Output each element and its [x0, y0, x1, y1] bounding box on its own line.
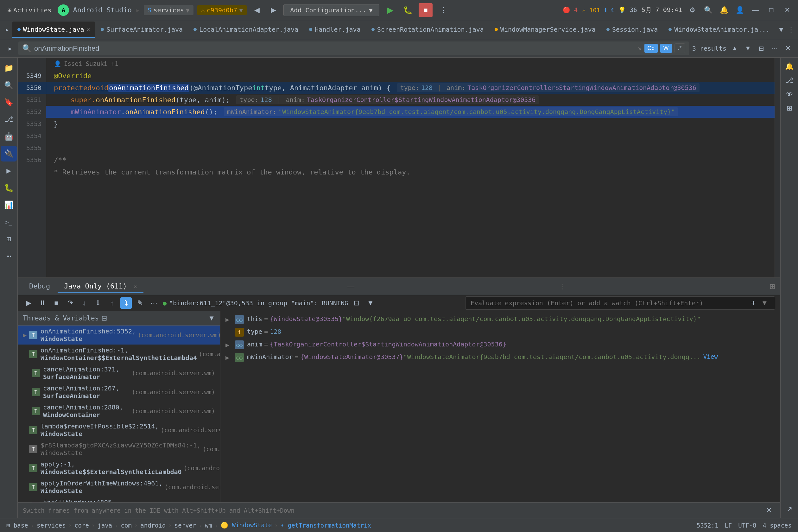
run-config-button[interactable]: Add Configuration... ▼: [283, 4, 379, 16]
thread-item-5[interactable]: T lambda$removeIfPossible$2:2514, Window…: [18, 420, 220, 439]
sidebar-icon-android[interactable]: 🤖: [1, 129, 17, 145]
thread-item-8[interactable]: T applyInOrderWithImeWindows:4961, Windo…: [18, 477, 220, 496]
commit-badge[interactable]: ⚠ c939d0b7 ▼: [197, 5, 247, 15]
tab-localanimation[interactable]: LocalAnimationAdapter.java: [188, 21, 303, 38]
thread-dropdown-button[interactable]: ▼: [365, 297, 376, 309]
force-step-into[interactable]: ⇓: [93, 297, 104, 309]
right-notifications-button[interactable]: 🔔: [784, 61, 795, 72]
search-settings-button[interactable]: ⋯: [770, 43, 780, 54]
next-result-button[interactable]: ▼: [743, 43, 753, 54]
tab-panel-toggle[interactable]: ▸: [2, 23, 12, 36]
run-button[interactable]: ▶: [383, 3, 397, 17]
thread-item-1[interactable]: T onAnimationFinished:-1, WindowContaine…: [18, 344, 220, 363]
filter-threads-button[interactable]: ⊟: [351, 297, 362, 309]
breadcrumb-method[interactable]: ⚡ getTransformationMatrix: [281, 522, 371, 529]
tab-session[interactable]: Session.java: [601, 21, 663, 38]
step-out-button[interactable]: ↑: [107, 297, 118, 309]
right-git-button[interactable]: ⎇: [784, 75, 795, 86]
tab-handler[interactable]: Handler.java: [304, 21, 366, 38]
var-view-link[interactable]: View: [703, 353, 718, 360]
prev-result-button[interactable]: ▲: [729, 43, 740, 54]
minimize-button[interactable]: —: [750, 4, 761, 16]
case-sensitive-button[interactable]: Cc: [644, 44, 658, 53]
breadcrumb-core[interactable]: core: [74, 522, 89, 529]
more-tabs-button[interactable]: ▼: [777, 23, 786, 36]
more-debug-options[interactable]: ⋯: [148, 297, 159, 309]
breadcrumb-base[interactable]: ⊞ base: [6, 522, 28, 529]
expression-dropdown[interactable]: ▼: [759, 297, 770, 309]
project-badge[interactable]: S services ▼: [144, 5, 193, 15]
code-editor[interactable]: 👤 Issei Suzuki +1 @Override protected vo…: [46, 58, 780, 278]
stop-button[interactable]: ■: [419, 3, 433, 17]
tab-debug[interactable]: Debug: [23, 280, 56, 292]
sidebar-icon-find[interactable]: 🔍: [1, 77, 17, 93]
step-into-button[interactable]: ↓: [78, 297, 90, 309]
search-clear-button[interactable]: ✕: [638, 45, 642, 52]
sidebar-icon-terminal[interactable]: >_: [1, 214, 17, 230]
maximize-button[interactable]: □: [766, 4, 777, 16]
thread-item-2[interactable]: T cancelAnimation:371, SurfaceAnimator (…: [18, 363, 220, 382]
breadcrumb-services[interactable]: services: [37, 522, 66, 529]
thread-item-6[interactable]: T $r8$lambda$gtdPXCAzSiavwVZY5OZGcTDMs84…: [18, 439, 220, 458]
add-watch-button[interactable]: +: [748, 298, 759, 308]
var-item-mwinanimator[interactable]: ▶ ○○ mWinAnimator = {WindowStateAnimator…: [221, 352, 780, 364]
tab-options-button[interactable]: ⋮: [786, 23, 796, 36]
java-tab-close[interactable]: ✕: [134, 283, 137, 290]
pause-button[interactable]: ⏸: [37, 297, 48, 309]
breadcrumb-java[interactable]: java: [97, 522, 112, 529]
sidebar-icon-bookmarks[interactable]: 🔖: [1, 94, 17, 110]
thread-item-4[interactable]: T cancelAnimation:2880, WindowContainer …: [18, 401, 220, 420]
right-view-button[interactable]: 👁: [784, 89, 795, 100]
close-window-button[interactable]: ✕: [781, 4, 793, 16]
tab-windowmanager[interactable]: WindowManagerService.java: [490, 21, 601, 38]
tab-java-only[interactable]: Java Only (611) ✕: [58, 280, 144, 292]
forward-button[interactable]: ▶: [267, 4, 280, 17]
expression-input[interactable]: [471, 299, 748, 307]
step-over-button[interactable]: ↷: [64, 297, 76, 309]
thread-item-0[interactable]: ▶ T onAnimationFinished:5352, WindowStat…: [18, 325, 220, 344]
regex-button[interactable]: .*: [674, 43, 685, 53]
tab-windowstateanimator[interactable]: WindowStateAnimator.ja...: [663, 21, 775, 38]
threads-dropdown-button[interactable]: ▼: [208, 314, 215, 322]
breadcrumb-com[interactable]: com: [121, 522, 132, 529]
tab-surfaceanimator[interactable]: SurfaceAnimator.java: [96, 21, 188, 38]
tab-close-windowstate[interactable]: ✕: [87, 26, 90, 33]
whole-word-button[interactable]: W: [660, 44, 672, 53]
resume-button[interactable]: ▶: [23, 297, 34, 309]
sidebar-icon-debug[interactable]: 🐛: [1, 180, 17, 196]
debug-panel-layout[interactable]: ⊞: [770, 283, 775, 291]
sidebar-icon-vcs[interactable]: ⊞: [1, 231, 17, 247]
activities-button[interactable]: ⊞ Activities: [5, 2, 54, 18]
filter-results-button[interactable]: ⊟: [756, 43, 766, 54]
sidebar-icon-run[interactable]: ▶: [1, 163, 17, 178]
right-expand-button[interactable]: ↗: [784, 504, 795, 515]
threads-filter-button[interactable]: ⊟: [101, 314, 107, 322]
search-expand-button[interactable]: ▸: [5, 43, 15, 54]
stop-debug-button[interactable]: ■: [51, 297, 62, 309]
debug-panel-minimize[interactable]: —: [347, 283, 354, 291]
editor-scrollbar[interactable]: [775, 58, 780, 278]
breadcrumb-android[interactable]: android: [140, 522, 166, 529]
run-to-cursor[interactable]: ⤵: [120, 297, 132, 309]
breadcrumb-wm[interactable]: wm: [205, 522, 212, 529]
right-layout-button[interactable]: ⊞: [784, 102, 795, 114]
back-button[interactable]: ◀: [250, 4, 263, 17]
thread-item-3[interactable]: T cancelAnimation:267, SurfaceAnimator (…: [18, 382, 220, 401]
tab-screenrotation[interactable]: ScreenRotationAnimation.java: [366, 21, 489, 38]
settings-button[interactable]: ⚙: [686, 4, 698, 16]
search-input[interactable]: [34, 44, 635, 53]
tab-windowstate[interactable]: WindowState.java ✕: [12, 21, 95, 38]
var-item-type[interactable]: i type = 128: [221, 326, 780, 339]
sidebar-icon-plugins[interactable]: 🔌: [1, 146, 17, 162]
var-item-this[interactable]: ▶ ○○ this = {WindowState@30535} "Window{…: [221, 314, 780, 326]
sidebar-icon-project[interactable]: 📁: [1, 60, 17, 76]
evaluate-expr-button[interactable]: ✎: [134, 297, 146, 309]
search-close-button[interactable]: ✕: [783, 43, 793, 54]
debug-panel-settings[interactable]: ⋮: [558, 283, 566, 291]
debug-button[interactable]: 🐛: [401, 3, 415, 17]
more-run-options[interactable]: ⋮: [436, 3, 450, 17]
sidebar-icon-profiler[interactable]: 📊: [1, 197, 17, 213]
thread-item-7[interactable]: T apply:-1, WindowState$$ExternalSynthet…: [18, 458, 220, 477]
sidebar-icon-more[interactable]: ⋯: [1, 248, 17, 264]
search-everywhere-button[interactable]: 🔍: [702, 4, 714, 16]
